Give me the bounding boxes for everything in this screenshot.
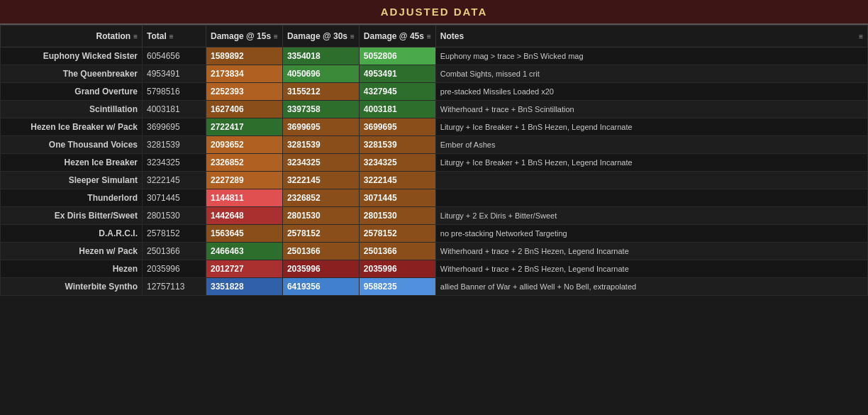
notes-cell xyxy=(435,172,867,189)
dmg45-cell: 3222145 xyxy=(359,172,435,189)
data-table: Rotation ≡ Total ≡ Damage @ 15s ≡ Damage… xyxy=(0,25,868,296)
rotation-cell: Hezen w/ Pack xyxy=(1,243,143,260)
rotation-cell: The Queenbreaker xyxy=(1,65,143,83)
col-header-dmg30: Damage @ 30s ≡ xyxy=(282,26,359,48)
dmg45-cell: 3281539 xyxy=(359,136,435,154)
table-row: The Queenbreaker 4953491 2173834 4050696… xyxy=(1,65,868,83)
col-header-rotation: Rotation ≡ xyxy=(1,26,143,48)
dmg30-cell: 3222145 xyxy=(282,172,359,189)
total-label: Total xyxy=(147,31,167,41)
dmg15-cell: 2227289 xyxy=(206,172,283,189)
dmg45-sort-icon[interactable]: ≡ xyxy=(427,33,431,40)
dmg45-cell: 2035996 xyxy=(359,260,435,278)
total-cell: 3234325 xyxy=(143,154,206,172)
dmg15-cell: 2252393 xyxy=(206,83,283,101)
table-row: Hezen Ice Breaker w/ Pack 3699695 272241… xyxy=(1,118,868,136)
dmg15-cell: 2012727 xyxy=(206,260,283,278)
dmg30-cell: 3354018 xyxy=(282,48,359,65)
dmg45-cell: 5052806 xyxy=(359,48,435,65)
total-cell: 2801530 xyxy=(143,207,206,225)
dmg45-cell: 4953491 xyxy=(359,65,435,83)
rotation-cell: Thunderlord xyxy=(1,189,143,207)
table-row: D.A.R.C.I. 2578152 1563645 2578152 25781… xyxy=(1,225,868,243)
notes-cell: Combat Sights, missed 1 crit xyxy=(435,65,867,83)
notes-cell: Liturgy + 2 Ex Diris + Bitter/Sweet xyxy=(435,207,867,225)
dmg45-cell: 3699695 xyxy=(359,118,435,136)
dmg15-cell: 2326852 xyxy=(206,154,283,172)
table-header-row: Rotation ≡ Total ≡ Damage @ 15s ≡ Damage… xyxy=(1,26,868,48)
rotation-sort-icon[interactable]: ≡ xyxy=(133,33,138,40)
dmg30-label: Damage @ 30s xyxy=(287,31,347,41)
dmg45-label: Damage @ 45s xyxy=(364,31,424,41)
dmg45-cell: 2801530 xyxy=(359,207,435,225)
dmg45-cell: 3071445 xyxy=(359,189,435,207)
notes-cell: Witherhoard + trace + BnS Scintillation xyxy=(435,101,867,118)
dmg15-cell: 2173834 xyxy=(206,65,283,83)
notes-cell: Liturgy + Ice Breaker + 1 BnS Hezen, Leg… xyxy=(435,118,867,136)
rotation-cell: Ex Diris Bitter/Sweet xyxy=(1,207,143,225)
dmg45-cell: 9588235 xyxy=(359,278,435,296)
dmg30-cell: 2326852 xyxy=(282,189,359,207)
title-bar: ADJUSTED DATA xyxy=(0,0,868,25)
dmg30-cell: 3397358 xyxy=(282,101,359,118)
notes-cell: no pre-stacking Networked Targeting xyxy=(435,225,867,243)
table-row: Thunderlord 3071445 1144811 2326852 3071… xyxy=(1,189,868,207)
table-row: One Thousand Voices 3281539 2093652 3281… xyxy=(1,136,868,154)
table-row: Ex Diris Bitter/Sweet 2801530 1442648 28… xyxy=(1,207,868,225)
table-row: Winterbite Syntho 12757113 3351828 64193… xyxy=(1,278,868,296)
dmg45-cell: 3234325 xyxy=(359,154,435,172)
total-cell: 6054656 xyxy=(143,48,206,65)
table-row: Hezen Ice Breaker 3234325 2326852 323432… xyxy=(1,154,868,172)
dmg15-label: Damage @ 15s xyxy=(211,31,271,41)
col-header-notes: Notes ≡ xyxy=(435,26,867,48)
total-cell: 2035996 xyxy=(143,260,206,278)
total-cell: 3281539 xyxy=(143,136,206,154)
dmg30-cell: 2801530 xyxy=(282,207,359,225)
dmg30-sort-icon[interactable]: ≡ xyxy=(350,33,355,40)
total-cell: 3699695 xyxy=(143,118,206,136)
dmg15-cell: 3351828 xyxy=(206,278,283,296)
dmg30-cell: 4050696 xyxy=(282,65,359,83)
total-cell: 2578152 xyxy=(143,225,206,243)
dmg15-sort-icon[interactable]: ≡ xyxy=(274,33,278,40)
table-row: Euphony Wicked Sister 6054656 1589892 33… xyxy=(1,48,868,65)
notes-cell: allied Banner of War + allied Well + No … xyxy=(435,278,867,296)
dmg45-cell: 4327945 xyxy=(359,83,435,101)
rotation-cell: Grand Overture xyxy=(1,83,143,101)
dmg15-cell: 1144811 xyxy=(206,189,283,207)
dmg15-cell: 2722417 xyxy=(206,118,283,136)
dmg15-cell: 2093652 xyxy=(206,136,283,154)
dmg15-cell: 2466463 xyxy=(206,243,283,260)
total-cell: 12757113 xyxy=(143,278,206,296)
dmg30-cell: 2578152 xyxy=(282,225,359,243)
rotation-cell: Euphony Wicked Sister xyxy=(1,48,143,65)
total-sort-icon[interactable]: ≡ xyxy=(169,33,174,40)
dmg15-cell: 1627406 xyxy=(206,101,283,118)
total-cell: 5798516 xyxy=(143,83,206,101)
notes-cell xyxy=(435,189,867,207)
notes-cell: Liturgy + Ice Breaker + 1 BnS Hezen, Leg… xyxy=(435,154,867,172)
table-row: Scintillation 4003181 1627406 3397358 40… xyxy=(1,101,868,118)
rotation-cell: Hezen Ice Breaker w/ Pack xyxy=(1,118,143,136)
page-title: ADJUSTED DATA xyxy=(381,6,487,18)
table-row: Sleeper Simulant 3222145 2227289 3222145… xyxy=(1,172,868,189)
dmg30-cell: 3155212 xyxy=(282,83,359,101)
col-header-total: Total ≡ xyxy=(143,26,206,48)
table-row: Hezen 2035996 2012727 2035996 2035996 Wi… xyxy=(1,260,868,278)
notes-label: Notes xyxy=(440,31,464,41)
col-header-dmg15: Damage @ 15s ≡ xyxy=(206,26,283,48)
dmg15-cell: 1442648 xyxy=(206,207,283,225)
rotation-cell: One Thousand Voices xyxy=(1,136,143,154)
dmg15-cell: 1563645 xyxy=(206,225,283,243)
total-cell: 3071445 xyxy=(143,189,206,207)
dmg30-cell: 2501366 xyxy=(282,243,359,260)
dmg45-cell: 2578152 xyxy=(359,225,435,243)
rotation-cell: Hezen Ice Breaker xyxy=(1,154,143,172)
notes-cell: Euphony mag > trace > BnS Wicked mag xyxy=(435,48,867,65)
notes-cell: Witherhoard + trace + 2 BnS Hezen, Legen… xyxy=(435,260,867,278)
rotation-cell: Scintillation xyxy=(1,101,143,118)
notes-sort-icon[interactable]: ≡ xyxy=(859,33,863,40)
dmg45-cell: 2501366 xyxy=(359,243,435,260)
dmg30-cell: 3281539 xyxy=(282,136,359,154)
rotation-cell: Winterbite Syntho xyxy=(1,278,143,296)
